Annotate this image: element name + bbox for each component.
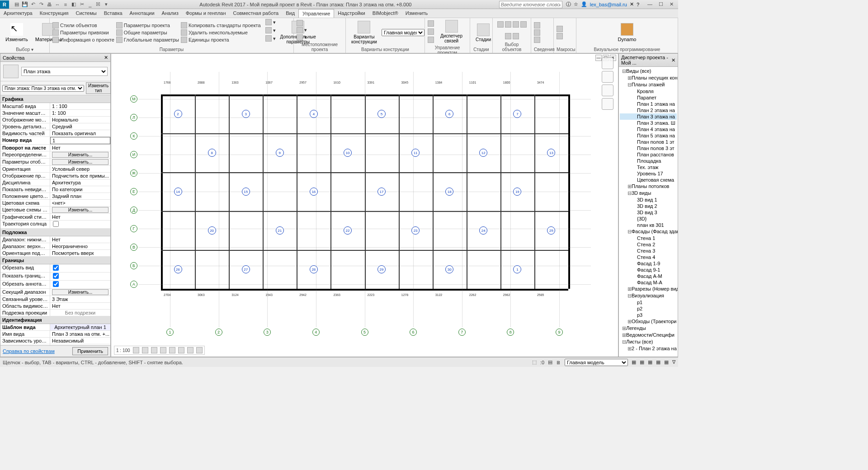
project-tree[interactable]: ⊟Виды (все)⊞Планы несущих кон⊟Планы этаж…: [619, 67, 678, 357]
drawing-area[interactable]: — ☐ ✕ МЛКИЖЕДГВБА12345678923456789101112…: [111, 53, 618, 357]
selection-btn-5[interactable]: [505, 31, 511, 41]
filter-icon-5[interactable]: ▦: [664, 359, 669, 365]
tree-item[interactable]: ⊞Разрезы (Номер вид: [620, 286, 677, 292]
selection-btn-3[interactable]: [513, 19, 519, 29]
qat-section-icon[interactable]: ✂: [79, 1, 85, 8]
settings-dropdown-1[interactable]: ▾: [265, 19, 276, 25]
active-option-select[interactable]: Главная модель: [565, 359, 628, 366]
scale-display[interactable]: 1 : 100: [116, 348, 130, 353]
tree-item[interactable]: 3D вид 1: [620, 197, 677, 203]
tree-item[interactable]: План расстанов: [620, 151, 677, 158]
design-options-button[interactable]: Варианты конструкции: [349, 20, 380, 45]
infocenter-icon[interactable]: ⓘ: [566, 1, 571, 8]
macro-btn-1[interactable]: [557, 26, 563, 32]
modify-button[interactable]: ↖Изменить: [3, 19, 31, 46]
tree-item[interactable]: ⊞Легенды: [620, 325, 677, 332]
tab-manage[interactable]: Управление: [298, 9, 334, 18]
type-selector[interactable]: План этажа: [21, 67, 108, 76]
design-option-select[interactable]: Главная модель: [382, 29, 425, 36]
crop-annot-checkbox[interactable]: [53, 281, 59, 287]
macro-btn-2[interactable]: [557, 33, 563, 39]
tree-item[interactable]: Стена 2: [620, 241, 677, 248]
nav-wheel-icon[interactable]: [602, 71, 613, 83]
reveal-hidden-icon[interactable]: [196, 347, 203, 353]
ids-btn-3[interactable]: [534, 37, 540, 43]
tree-item[interactable]: План 4 этажа на: [620, 126, 677, 132]
qat-measure-icon[interactable]: ↔: [54, 1, 61, 8]
panel-label-inquiry[interactable]: Сведения: [534, 46, 551, 52]
nav-pan-icon[interactable]: [602, 85, 613, 96]
user-name[interactable]: lex_bas@mail.ru: [590, 2, 627, 7]
shadows-icon[interactable]: [160, 347, 166, 353]
tree-item[interactable]: р3: [620, 312, 677, 318]
tree-item[interactable]: ⊞Планы потолков: [620, 183, 677, 190]
tree-item[interactable]: План 5 этажа на: [620, 132, 677, 139]
tree-item[interactable]: Цветовая схема: [620, 177, 677, 183]
selection-btn-2[interactable]: [505, 19, 511, 29]
manage-links-small-3[interactable]: [428, 37, 434, 43]
help-icon[interactable]: ?: [637, 2, 639, 7]
purge-unused-button[interactable]: Удалить неиспользуемые: [181, 29, 261, 36]
star-icon[interactable]: ☆: [574, 1, 578, 7]
tree-item[interactable]: ⊞Обходы (Траектори: [620, 318, 677, 325]
tab-analyze[interactable]: Анализ: [158, 9, 182, 18]
tree-item[interactable]: Фасад 9-1: [620, 267, 677, 273]
manage-links-small-1[interactable]: [428, 20, 434, 27]
panel-label-visual-programming[interactable]: Визуальное программирование: [579, 46, 675, 52]
tab-massing[interactable]: Формы и генплан: [182, 9, 230, 18]
instance-filter[interactable]: План этажа: План 3 этажа на отм.: [2, 85, 84, 92]
shared-params-button[interactable]: Общие параметры: [116, 29, 179, 36]
tree-item[interactable]: План 1 этажа на: [620, 101, 677, 107]
tree-item[interactable]: Парапет: [620, 94, 677, 101]
tab-addins[interactable]: Надстройки: [334, 9, 368, 18]
tab-structure[interactable]: Конструкция: [36, 9, 72, 18]
transfer-standards-button[interactable]: Копировать стандарты проекта: [181, 22, 261, 28]
user-icon[interactable]: 👤: [581, 1, 587, 7]
cat-graphics[interactable]: Графика: [0, 95, 110, 103]
tree-item[interactable]: р1: [620, 299, 677, 306]
tab-systems[interactable]: Системы: [72, 9, 100, 18]
worksets-icon[interactable]: 🗎: [556, 360, 561, 365]
nav-home-icon[interactable]: [602, 57, 613, 69]
object-styles-button[interactable]: Стили объектов: [52, 22, 114, 28]
display-options-button[interactable]: Изменить...: [52, 159, 108, 165]
tree-item[interactable]: Уровень 17: [620, 170, 677, 177]
sun-path-icon[interactable]: [151, 347, 157, 353]
qat-align-icon[interactable]: ≡: [62, 1, 69, 8]
tree-item[interactable]: ⊟Фасады (Фасад здан: [620, 228, 677, 235]
vg-overrides-button[interactable]: Изменить...: [52, 152, 108, 158]
close-icon[interactable]: ✕: [670, 1, 674, 7]
tree-item[interactable]: ⊟Планы этажей: [620, 81, 677, 88]
qat-switch-icon[interactable]: ▾: [103, 1, 109, 8]
location-button[interactable]: [297, 20, 307, 26]
selection-btn-6[interactable]: [513, 31, 519, 41]
tree-item[interactable]: ⊞Планы несущих кон: [620, 75, 677, 81]
tab-architecture[interactable]: Архитектура: [0, 9, 36, 18]
system-color-button[interactable]: Изменить...: [52, 207, 108, 213]
qat-thin-icon[interactable]: ⎯: [87, 1, 93, 8]
tree-item[interactable]: Фасад 1-9: [620, 260, 677, 267]
filter-icon-2[interactable]: ▦: [640, 359, 644, 365]
panel-label-location[interactable]: Местоположение проекта: [297, 41, 343, 52]
tree-item[interactable]: План 3 этажа. Ш: [620, 120, 677, 126]
filter-icon-1[interactable]: ▦: [632, 359, 636, 365]
visual-style-icon[interactable]: [142, 347, 148, 353]
maximize-icon[interactable]: ☐: [659, 1, 663, 7]
panel-label-design-options[interactable]: Варианты конструкции: [349, 46, 422, 52]
tree-item[interactable]: План 2 этажа на: [620, 107, 677, 113]
apply-button[interactable]: Применить: [72, 347, 108, 355]
filter-dropdown-icon[interactable]: ∇: [672, 359, 675, 365]
qat-3d-icon[interactable]: ◧: [71, 1, 77, 8]
minimize-icon[interactable]: —: [647, 1, 652, 7]
tree-item[interactable]: План полов 1 эт: [620, 139, 677, 145]
filter-icon-3[interactable]: ▦: [648, 359, 652, 365]
coordinates-button[interactable]: ▾: [297, 27, 307, 33]
tab-view[interactable]: Вид: [282, 9, 298, 18]
detail-level-icon[interactable]: [133, 347, 139, 353]
qat-close-icon[interactable]: ☒: [95, 1, 101, 8]
properties-help-link[interactable]: Справка по свойствам: [3, 348, 55, 354]
tree-item[interactable]: {3D}: [620, 216, 677, 222]
qat-print-icon[interactable]: 🖶: [46, 1, 52, 8]
tab-annotate[interactable]: Аннотации: [126, 9, 158, 18]
phases-button[interactable]: Стадии: [473, 19, 494, 46]
